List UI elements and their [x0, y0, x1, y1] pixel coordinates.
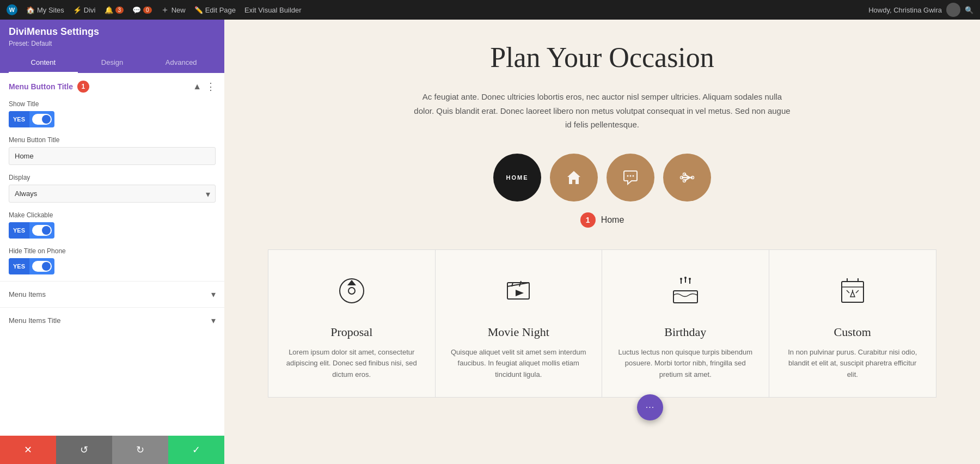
panel-title: DiviMenus Settings: [9, 26, 216, 38]
collapse-button[interactable]: ▲: [193, 82, 201, 91]
confirm-button[interactable]: ✓: [168, 436, 224, 464]
card-movie-night: Movie Night Quisque aliquet velit sit am…: [436, 250, 603, 397]
display-select-wrapper: Always On Hover Never: [9, 185, 216, 203]
toggle-yes-label: YES: [9, 111, 29, 127]
hide-title-phone-field: Hide Title on Phone YES: [0, 245, 224, 281]
main-layout: DiviMenus Settings Preset: Default Conte…: [0, 20, 980, 464]
house-icon: [564, 168, 584, 187]
menu-btn-tools[interactable]: [663, 154, 711, 202]
show-title-toggle[interactable]: YES: [9, 111, 54, 127]
admin-bar-right: Howdy, Christina Gwira 🔍: [868, 3, 973, 17]
new-item[interactable]: ＋ New: [161, 4, 186, 16]
card-movie-text: Quisque aliquet velit sit amet sem inter…: [449, 347, 589, 381]
menu-button-title-input[interactable]: [9, 147, 216, 165]
page-title: Plan Your Occasion: [268, 41, 936, 74]
svg-marker-11: [347, 280, 356, 285]
show-title-label: Show Title: [9, 100, 216, 108]
wp-logo-icon[interactable]: W: [7, 4, 17, 15]
pencil-icon: ✏️: [194, 6, 203, 14]
card-proposal: Proposal Lorem ipsum dolor sit amet, con…: [268, 250, 436, 397]
card-custom-text: In non pulvinar purus. Curabitur nisi od…: [782, 347, 923, 381]
show-title-field: Show Title YES: [0, 98, 224, 134]
panel-content: Menu Button Title 1 ▲ ⋮ Show Title YES M…: [0, 73, 224, 436]
make-clickable-label: Make Clickable: [9, 211, 216, 219]
section-controls: ▲ ⋮: [193, 81, 216, 93]
divi-item[interactable]: ⚡ Divi: [73, 6, 96, 14]
menu-buttons-row: HOME: [268, 154, 936, 202]
menu-btn-chat[interactable]: [607, 154, 654, 202]
menu-button-title-label: Menu Button Title 1: [9, 81, 89, 93]
menu-items-section[interactable]: Menu Items ▾: [0, 281, 224, 307]
undo-button[interactable]: ↺: [56, 436, 112, 464]
search-icon[interactable]: 🔍: [965, 6, 973, 14]
menu-items-title: Menu Items: [9, 290, 46, 298]
menu-items-title-section[interactable]: Menu Items Title ▾: [0, 307, 224, 333]
menu-items-chevron-icon: ▾: [211, 289, 216, 300]
comments-count-item[interactable]: 🔔 3: [105, 6, 124, 14]
menu-button-title-section-header: Menu Button Title 1 ▲ ⋮: [0, 73, 224, 98]
my-sites-label: My Sites: [37, 6, 64, 14]
toggle-slider: [32, 114, 52, 125]
card-birthday-text: Luctus lectus non quisque turpis bibendu…: [615, 347, 756, 381]
card-custom: Custom In non pulvinar purus. Curabitur …: [769, 250, 936, 397]
hide-title-phone-toggle[interactable]: YES: [9, 258, 54, 274]
card-birthday-title: Birthday: [615, 325, 756, 339]
menu-button-title-field: Menu Button Title: [0, 134, 224, 172]
birthday-icon: [615, 272, 756, 316]
my-sites-item[interactable]: 🏠 My Sites: [26, 6, 64, 14]
tab-content[interactable]: Content: [9, 53, 78, 73]
section-title-text: Menu Button Title: [9, 82, 73, 91]
user-greeting: Howdy, Christina Gwira: [868, 6, 942, 14]
panel-header: DiviMenus Settings Preset: Default Conte…: [0, 20, 224, 73]
ring-count: 3: [115, 7, 124, 14]
card-movie-title: Movie Night: [449, 325, 589, 339]
panel-preset[interactable]: Preset: Default: [9, 40, 216, 47]
page-description: Ac feugiat ante. Donec ultricies loborti…: [412, 90, 793, 132]
hide-title-phone-slider: [32, 261, 52, 272]
divi-icon: ⚡: [73, 6, 82, 14]
card-proposal-text: Lorem ipsum dolor sit amet, consectetur …: [281, 347, 422, 381]
svg-line-32: [856, 290, 859, 293]
divi-label: Divi: [84, 6, 96, 14]
make-clickable-toggle-yes: YES: [9, 222, 29, 239]
messages-count-item[interactable]: 💬 0: [132, 6, 152, 14]
floating-action-button[interactable]: [637, 394, 663, 420]
svg-marker-17: [516, 290, 524, 296]
exit-visual-builder-label: Exit Visual Builder: [244, 6, 302, 14]
comment-icon: 💬: [132, 6, 141, 14]
movie-night-icon: [449, 272, 589, 316]
tab-design[interactable]: Design: [78, 53, 147, 73]
svg-point-1: [630, 175, 632, 176]
left-panel: DiviMenus Settings Preset: Default Conte…: [0, 20, 224, 464]
chat-icon: [621, 168, 640, 187]
svg-point-2: [633, 175, 634, 176]
svg-point-24: [689, 278, 691, 280]
home-badge: 1: [580, 212, 596, 228]
tools-icon: [677, 168, 697, 187]
menu-items-title-chevron-icon: ▾: [211, 315, 216, 326]
edit-page-item[interactable]: ✏️ Edit Page: [194, 6, 236, 14]
panel-tabs: Content Design Advanced: [9, 53, 216, 73]
menu-btn-home[interactable]: HOME: [493, 154, 541, 202]
card-birthday: Birthday Luctus lectus non quisque turpi…: [602, 250, 769, 397]
redo-button[interactable]: ↻: [112, 436, 168, 464]
display-select[interactable]: Always On Hover Never: [9, 185, 216, 203]
more-options-button[interactable]: ⋮: [206, 81, 216, 93]
edit-page-label: Edit Page: [205, 6, 236, 14]
make-clickable-toggle[interactable]: YES: [9, 222, 54, 239]
tab-advanced[interactable]: Advanced: [146, 53, 216, 73]
new-label: New: [171, 6, 186, 14]
avatar[interactable]: [946, 3, 960, 17]
menu-button-title-field-label: Menu Button Title: [9, 136, 216, 144]
menu-btn-home-label: HOME: [506, 174, 529, 181]
make-clickable-slider: [32, 225, 52, 236]
svg-point-23: [680, 278, 682, 280]
home-label-row: 1 Home: [268, 212, 936, 228]
card-custom-title: Custom: [782, 325, 923, 339]
hide-title-phone-toggle-yes: YES: [9, 258, 29, 274]
exit-visual-builder-item[interactable]: Exit Visual Builder: [244, 6, 302, 14]
svg-point-0: [627, 175, 629, 176]
card-proposal-title: Proposal: [281, 325, 422, 339]
cancel-button[interactable]: ✕: [0, 436, 56, 464]
menu-btn-house[interactable]: [550, 154, 598, 202]
